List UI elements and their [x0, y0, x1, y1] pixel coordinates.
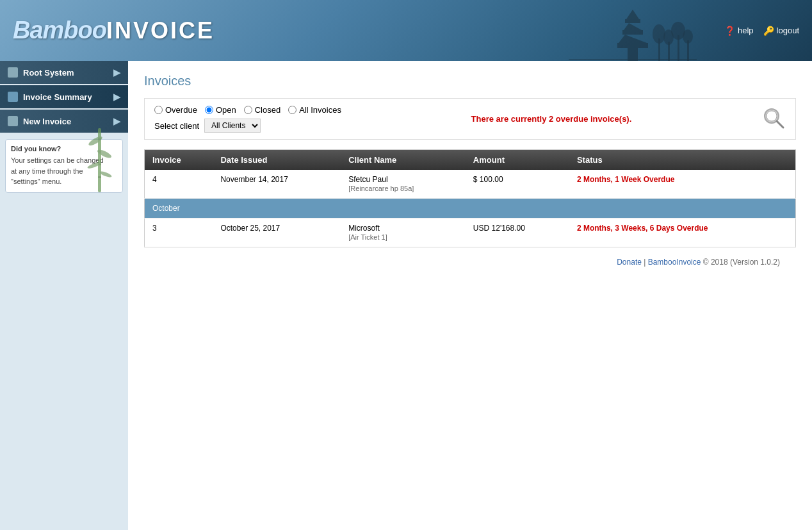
header-right: ❓ help 🔑 logout: [724, 26, 799, 36]
table-row[interactable]: 3 October 25, 2017 Microsoft [Air Ticket…: [145, 219, 796, 247]
svg-marker-0: [626, 10, 639, 19]
grid-icon: [8, 116, 18, 126]
col-invoice: Invoice: [145, 150, 213, 170]
filter-bar: Overdue Open Closed All Invoices: [144, 98, 796, 140]
group-label: October: [145, 199, 796, 219]
invoice-amount: USD 12'168.00: [466, 219, 569, 247]
sidebar-item-invoice-summary[interactable]: Invoice Summary ▶: [0, 85, 128, 108]
sidebar-item-root-system[interactable]: Root System ▶: [0, 61, 128, 84]
invoice-date: October 25, 2017: [213, 219, 341, 247]
svg-marker-4: [619, 35, 647, 43]
table-row[interactable]: 4 November 14, 2017 Sfetcu Paul [Reincar…: [145, 170, 796, 199]
filter-client: Select client All Clients: [154, 119, 341, 133]
svg-point-26: [767, 111, 777, 121]
group-header-october: October: [145, 199, 796, 219]
did-you-know-box: Did you know? Your settings can be chang…: [5, 139, 123, 193]
col-client: Client Name: [341, 150, 466, 170]
table-body: 4 November 14, 2017 Sfetcu Paul [Reincar…: [145, 170, 796, 247]
logo-bamboo: BambooINVOICE: [13, 17, 215, 44]
header: BambooINVOICE ❓ help 🔑 logout: [0, 0, 812, 61]
invoice-amount: $ 100.00: [466, 170, 569, 199]
svg-marker-2: [624, 23, 642, 30]
overdue-notice: There are currently 2 overdue invoice(s)…: [471, 114, 632, 124]
all-radio[interactable]: [288, 106, 296, 114]
help-icon: ❓: [724, 26, 735, 36]
overdue-radio[interactable]: [154, 106, 163, 114]
invoice-id: 4: [145, 170, 213, 199]
invoice-status: 2 Months, 3 Weeks, 6 Days Overdue: [569, 219, 796, 247]
arrow-icon: ▶: [113, 67, 120, 78]
sidebar: Root System ▶ Invoice Summary ▶ New Invo…: [0, 61, 128, 530]
search-icon: [761, 106, 786, 130]
bamboo-decoration: [84, 128, 122, 192]
arrow-icon: ▶: [113, 116, 120, 126]
page-title: Invoices: [144, 74, 796, 88]
search-icon-wrap[interactable]: [761, 106, 786, 132]
filter-radios: Overdue Open Closed All Invoices: [154, 105, 341, 115]
invoice-client: Sfetcu Paul [Reincarcare hp 85a]: [341, 170, 466, 199]
arrow-icon: ▶: [113, 92, 120, 102]
grid-icon: [8, 92, 18, 102]
filter-all[interactable]: All Invoices: [288, 105, 341, 115]
svg-rect-1: [625, 19, 640, 23]
open-radio[interactable]: [205, 106, 213, 114]
client-select[interactable]: All Clients: [204, 119, 261, 133]
table-header: Invoice Date Issued Client Name Amount S…: [145, 150, 796, 170]
footer: Donate | BambooInvoice © 2018 (Version 1…: [144, 247, 796, 276]
grid-icon: [8, 67, 18, 78]
svg-rect-20: [98, 176, 101, 178]
filter-overdue[interactable]: Overdue: [154, 105, 197, 115]
svg-rect-5: [617, 43, 648, 48]
invoice-date: November 14, 2017: [213, 170, 341, 199]
col-date: Date Issued: [213, 150, 341, 170]
svg-line-27: [777, 121, 783, 128]
filter-closed[interactable]: Closed: [244, 105, 280, 115]
invoice-id: 3: [145, 219, 213, 247]
svg-point-8: [653, 24, 665, 44]
bamboo-invoice-link[interactable]: BambooInvoice: [648, 258, 703, 267]
help-link[interactable]: ❓ help: [724, 26, 754, 36]
svg-rect-3: [622, 30, 643, 35]
col-status: Status: [569, 150, 796, 170]
logout-link[interactable]: 🔑 logout: [763, 26, 799, 36]
main-layout: Root System ▶ Invoice Summary ▶ New Invo…: [0, 61, 812, 530]
logout-icon: 🔑: [763, 26, 774, 36]
header-scenery: [569, 3, 697, 61]
donate-link[interactable]: Donate: [617, 258, 642, 267]
invoice-table: Invoice Date Issued Client Name Amount S…: [144, 149, 796, 247]
invoice-status: 2 Months, 1 Week Overdue: [569, 170, 796, 199]
filter-open[interactable]: Open: [205, 105, 236, 115]
logo: BambooINVOICE: [13, 17, 215, 44]
closed-radio[interactable]: [244, 106, 252, 114]
filter-left: Overdue Open Closed All Invoices: [154, 105, 341, 133]
content-area: Invoices Overdue Open Closed: [128, 61, 812, 530]
svg-point-14: [683, 29, 693, 44]
col-amount: Amount: [466, 150, 569, 170]
invoice-client: Microsoft [Air Ticket 1]: [341, 219, 466, 247]
